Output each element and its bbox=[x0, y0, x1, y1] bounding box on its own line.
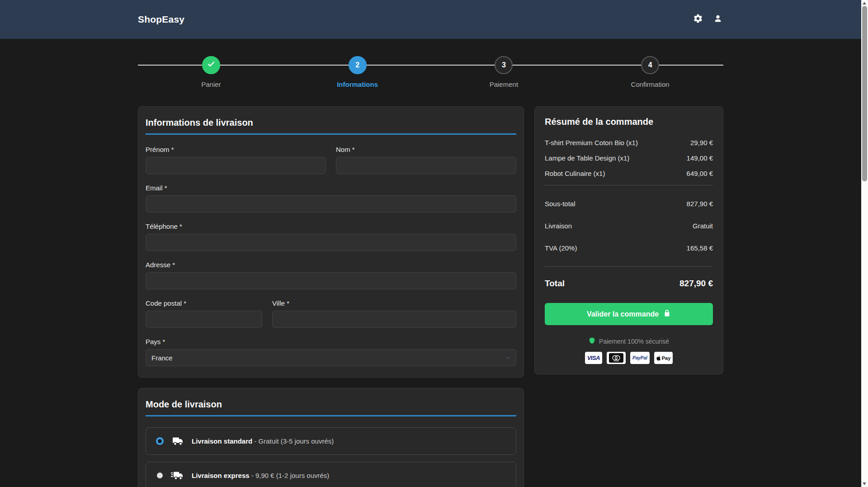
shipping-info-card: Informations de livraison Prénom * Nom *… bbox=[138, 106, 524, 378]
item-price: 29,90 € bbox=[690, 139, 713, 147]
shipping-mode-title: Mode de livraison bbox=[146, 396, 516, 416]
applepay-icon: Pay bbox=[656, 355, 671, 361]
lock-icon bbox=[663, 309, 671, 319]
visa-icon: VISA bbox=[587, 355, 600, 361]
check-icon bbox=[207, 60, 215, 70]
total-label: Total bbox=[545, 279, 565, 288]
shipping-option-standard[interactable]: Livraison standard - Gratuit (3-5 jours … bbox=[146, 427, 516, 455]
paypal-badge: PayPal bbox=[630, 352, 650, 364]
first-name-field[interactable] bbox=[146, 157, 326, 174]
item-name: Robot Culinaire (x1) bbox=[545, 170, 605, 177]
step-label: Panier bbox=[201, 80, 221, 88]
divider bbox=[545, 185, 713, 185]
vertical-scrollbar[interactable] bbox=[861, 0, 868, 487]
country-label: Pays * bbox=[146, 338, 516, 345]
shipping-mode-card: Mode de livraison Livraison standard - G… bbox=[138, 388, 524, 487]
postal-code-label: Code postal * bbox=[146, 299, 262, 307]
order-item: Lampe de Table Design (x1) 149,00 € bbox=[545, 154, 713, 162]
postal-code-field[interactable] bbox=[146, 311, 262, 328]
validate-order-button[interactable]: Valider la commande bbox=[545, 303, 713, 325]
subtotal-value: 827,90 € bbox=[687, 200, 713, 208]
truck-fast-icon bbox=[171, 471, 184, 481]
scrollbar-thumb[interactable] bbox=[862, 6, 867, 181]
account-button[interactable] bbox=[712, 14, 723, 25]
shield-icon bbox=[589, 337, 595, 345]
divider bbox=[545, 266, 713, 267]
email-label: Email * bbox=[146, 184, 516, 192]
scroll-down-arrow[interactable] bbox=[863, 482, 866, 485]
gear-icon bbox=[693, 14, 703, 25]
applepay-badge: Pay bbox=[654, 352, 673, 364]
shipping-option-text: Livraison standard - Gratuit (3-5 jours … bbox=[192, 437, 334, 445]
mastercard-icon bbox=[609, 353, 623, 363]
first-name-label: Prénom * bbox=[146, 146, 326, 153]
item-price: 149,00 € bbox=[687, 154, 713, 162]
shipping-row: Livraison Gratuit bbox=[545, 222, 713, 230]
total-value: 827,90 € bbox=[679, 279, 713, 288]
total-row: Total 827,90 € bbox=[545, 279, 713, 288]
shipping-info-title: Informations de livraison bbox=[146, 114, 516, 135]
secure-payment-note: Paiement 100% sécurisé bbox=[545, 337, 713, 345]
city-label: Ville * bbox=[272, 299, 516, 307]
subtotal-label: Sous-total bbox=[545, 200, 576, 208]
last-name-field[interactable] bbox=[336, 157, 516, 174]
step-confirmation[interactable]: 4 Confirmation bbox=[577, 56, 723, 88]
country-select[interactable]: France bbox=[146, 349, 516, 366]
radio-selected[interactable] bbox=[156, 437, 164, 445]
city-field[interactable] bbox=[272, 311, 516, 328]
shipping-value: Gratuit bbox=[693, 222, 713, 230]
order-summary-title: Résumé de la commande bbox=[545, 117, 713, 127]
shipping-label: Livraison bbox=[545, 222, 572, 230]
phone-label: Téléphone * bbox=[146, 222, 516, 230]
item-name: T-shirt Premium Coton Bio (x1) bbox=[545, 139, 638, 147]
brand-logo[interactable]: ShopEasy bbox=[138, 14, 184, 25]
item-name: Lampe de Table Design (x1) bbox=[545, 154, 629, 162]
step-circle: 4 bbox=[641, 56, 659, 74]
shipping-option-name: Livraison standard bbox=[192, 437, 252, 445]
mastercard-badge bbox=[607, 352, 626, 364]
user-icon bbox=[713, 14, 723, 25]
secure-payment-text: Paiement 100% sécurisé bbox=[599, 338, 669, 345]
address-field[interactable] bbox=[146, 272, 516, 289]
step-panier[interactable]: Panier bbox=[138, 56, 284, 88]
shipping-option-express[interactable]: Livraison express - 9,90 € (1-2 jours ou… bbox=[146, 462, 516, 487]
last-name-label: Nom * bbox=[336, 146, 516, 153]
shipping-option-detail: - 9,90 € (1-2 jours ouvrés) bbox=[250, 472, 330, 479]
order-summary-card: Résumé de la commande T-shirt Premium Co… bbox=[534, 106, 723, 374]
phone-field[interactable] bbox=[146, 234, 516, 251]
address-label: Adresse * bbox=[146, 261, 516, 269]
step-paiement[interactable]: 3 Paiement bbox=[431, 56, 577, 88]
shipping-option-detail: - Gratuit (3-5 jours ouvrés) bbox=[252, 437, 334, 445]
step-circle-done bbox=[202, 56, 220, 74]
step-circle-active: 2 bbox=[349, 56, 367, 74]
navbar: ShopEasy bbox=[0, 0, 868, 39]
subtotal-row: Sous-total 827,90 € bbox=[545, 200, 713, 208]
visa-badge: VISA bbox=[585, 352, 602, 364]
payment-methods: VISA PayPal Pay bbox=[545, 352, 713, 364]
step-label: Informations bbox=[337, 80, 378, 88]
radio-unselected[interactable] bbox=[157, 473, 163, 478]
tax-label: TVA (20%) bbox=[545, 244, 577, 252]
item-price: 649,00 € bbox=[687, 170, 713, 177]
tax-value: 165,58 € bbox=[687, 244, 713, 252]
checkout-button-label: Valider la commande bbox=[587, 310, 659, 318]
email-field[interactable] bbox=[146, 195, 516, 213]
checkout-stepper: Panier 2 Informations 3 Paiement 4 Confi… bbox=[138, 56, 723, 88]
step-label: Paiement bbox=[490, 80, 518, 88]
step-circle: 3 bbox=[495, 56, 513, 74]
order-item: Robot Culinaire (x1) 649,00 € bbox=[545, 170, 713, 177]
tax-row: TVA (20%) 165,58 € bbox=[545, 244, 713, 252]
settings-button[interactable] bbox=[693, 14, 703, 25]
step-label: Confirmation bbox=[631, 80, 670, 88]
truck-icon bbox=[171, 436, 184, 446]
step-informations[interactable]: 2 Informations bbox=[284, 56, 431, 88]
shipping-option-name: Livraison express bbox=[192, 472, 250, 479]
scroll-up-arrow[interactable] bbox=[863, 2, 866, 5]
shipping-option-text: Livraison express - 9,90 € (1-2 jours ou… bbox=[192, 472, 329, 479]
paypal-icon: PayPal bbox=[632, 355, 647, 360]
order-item: T-shirt Premium Coton Bio (x1) 29,90 € bbox=[545, 139, 713, 147]
